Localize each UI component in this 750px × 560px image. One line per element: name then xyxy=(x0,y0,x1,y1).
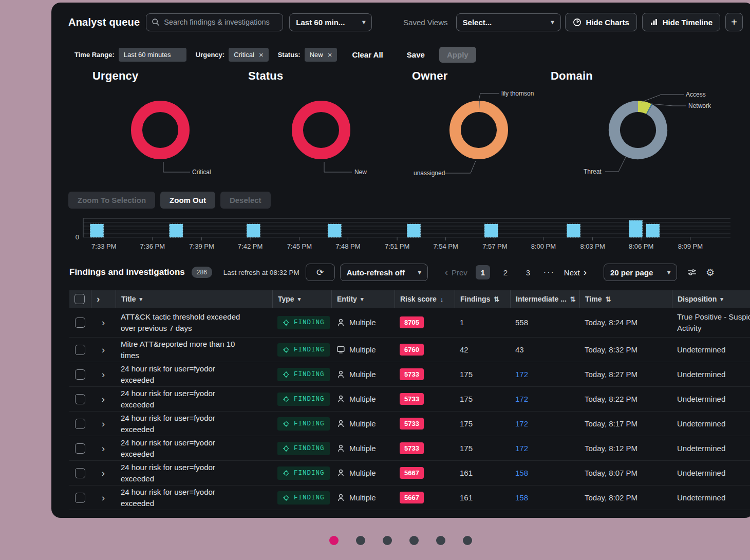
carousel-dot[interactable] xyxy=(356,536,365,545)
table-row[interactable]: ›ATT&CK tactic threshold exceeded over p… xyxy=(69,308,750,338)
intermediate-count[interactable]: 158 xyxy=(515,469,528,477)
timeline-bar[interactable] xyxy=(646,224,660,237)
saved-views-dropdown[interactable]: Select... ▾ xyxy=(456,13,561,31)
table-row[interactable]: ›24 hour risk for user=fyodor exceededFI… xyxy=(69,387,750,412)
apply-button[interactable]: Apply xyxy=(439,47,476,63)
callout-line xyxy=(651,104,686,106)
zoom-to-selection-button[interactable]: Zoom To Selection xyxy=(68,192,155,209)
intermediate-count[interactable]: 172 xyxy=(515,444,528,453)
pagination-ellipsis: ··· xyxy=(543,268,555,277)
expand-row-chevron-icon[interactable]: › xyxy=(102,443,105,454)
table-row[interactable]: ›Mitre ATT&reported more than 10 timesFI… xyxy=(69,338,750,362)
timeline-bar[interactable] xyxy=(247,224,260,237)
add-view-button[interactable]: + xyxy=(725,13,743,31)
intermediate-count[interactable]: 172 xyxy=(515,419,528,428)
timeline-bar[interactable] xyxy=(170,224,183,237)
per-page-dropdown[interactable]: 20 per page ▾ xyxy=(604,264,677,281)
urgency-donut[interactable]: Critical xyxy=(92,89,226,188)
table-row[interactable]: ›24 hour risk for user=fyodor exceededFI… xyxy=(69,436,750,461)
owner-donut[interactable]: lily thomson unassigned xyxy=(412,89,561,188)
search-box[interactable] xyxy=(146,13,283,31)
expand-row-chevron-icon[interactable]: › xyxy=(102,418,105,430)
column-header-risk[interactable]: Risk score ↓ xyxy=(395,290,455,308)
next-page-button[interactable]: Next › xyxy=(564,267,590,278)
time-cell: Today, 8:07 PM xyxy=(579,461,672,485)
refresh-button[interactable]: ⟳ xyxy=(306,264,335,281)
timeline-bar[interactable] xyxy=(567,224,580,237)
timeline-bar[interactable] xyxy=(407,224,421,237)
timeline-bar[interactable] xyxy=(328,224,341,237)
column-header-entity[interactable]: Entity ▾ xyxy=(331,290,395,308)
row-checkbox[interactable] xyxy=(75,345,85,355)
hide-charts-button[interactable]: Hide Charts xyxy=(565,13,637,31)
row-checkbox[interactable] xyxy=(75,318,85,328)
column-header-type[interactable]: Type ▾ xyxy=(272,290,331,308)
carousel-dot[interactable] xyxy=(463,536,472,545)
row-checkbox[interactable] xyxy=(75,468,85,478)
carousel-dot-active[interactable] xyxy=(329,536,339,545)
row-checkbox[interactable] xyxy=(75,369,85,380)
table-row[interactable]: ›24 hour risk for user=fyodor exceededFI… xyxy=(69,461,750,486)
status-donut[interactable]: New xyxy=(248,89,382,188)
time-range-dropdown[interactable]: Last 60 min... ▾ xyxy=(289,13,372,31)
time-range-chip[interactable]: Last 60 minutes xyxy=(119,48,186,62)
status-chip[interactable]: New × xyxy=(305,48,338,62)
column-header-title[interactable]: Title ▾ xyxy=(116,290,272,308)
timeline-chart[interactable]: 07:33 PM7:36 PM7:39 PM7:42 PM7:45 PM7:48… xyxy=(51,215,750,256)
row-checkbox[interactable] xyxy=(75,419,85,429)
timeline-bar[interactable] xyxy=(90,224,104,237)
close-icon[interactable]: × xyxy=(259,50,264,59)
search-input[interactable] xyxy=(164,18,277,26)
row-checkbox[interactable] xyxy=(75,394,85,404)
page-button-2[interactable]: 2 xyxy=(498,265,513,279)
page-button-1[interactable]: 1 xyxy=(476,265,490,279)
table-row[interactable]: ›24 hour risk for user=fyodor exceededFI… xyxy=(69,486,750,510)
expand-row-chevron-icon[interactable]: › xyxy=(102,394,105,405)
expand-row-chevron-icon[interactable]: › xyxy=(102,344,105,356)
carousel-dot[interactable] xyxy=(409,536,419,545)
carousel-dot[interactable] xyxy=(383,536,392,545)
expand-row-chevron-icon[interactable]: › xyxy=(102,369,105,380)
risk-score-badge: 5667 xyxy=(400,492,424,503)
select-all-checkbox[interactable] xyxy=(74,294,85,304)
column-header-time[interactable]: Time ⇅ xyxy=(579,290,672,308)
close-icon[interactable]: × xyxy=(328,50,332,59)
save-button[interactable]: Save xyxy=(407,50,425,59)
filter-sliders-icon[interactable] xyxy=(687,268,697,277)
risk-score-badge: 6760 xyxy=(400,344,424,356)
intermediate-count[interactable]: 172 xyxy=(515,370,528,379)
row-checkbox[interactable] xyxy=(75,443,85,454)
timeline-bar[interactable] xyxy=(484,224,498,237)
timeline-bar[interactable] xyxy=(629,220,642,237)
page-button-3[interactable]: 3 xyxy=(521,265,535,279)
prev-page-button[interactable]: ‹ Prev xyxy=(441,267,467,278)
expand-all-chevron-icon[interactable]: › xyxy=(97,293,100,305)
column-header-intermediate[interactable]: Intermediate ... ⇅ xyxy=(510,290,579,308)
deselect-button[interactable]: Deselect xyxy=(220,192,271,209)
risk-score-badge: 5733 xyxy=(400,393,424,405)
gear-icon[interactable]: ⚙ xyxy=(706,267,715,278)
expand-row-chevron-icon[interactable]: › xyxy=(102,468,105,479)
table-row[interactable]: ›24 hour risk for user=fyodor exceededFI… xyxy=(69,412,750,436)
type-badge: FINDING xyxy=(277,466,330,480)
table-row[interactable]: ›24 hour risk for user=fyodor exceededFI… xyxy=(69,362,750,387)
intermediate-count[interactable]: 172 xyxy=(515,395,528,403)
auto-refresh-dropdown[interactable]: Auto-refresh off ▾ xyxy=(340,264,428,281)
column-header-findings[interactable]: Findings ⇅ xyxy=(455,290,510,308)
disposition-cell: True Positive - Suspicious Activity xyxy=(672,308,750,337)
crosshair-icon xyxy=(283,420,290,427)
hide-timeline-button[interactable]: Hide Timeline xyxy=(642,13,720,31)
chevron-right-icon: › xyxy=(584,267,587,278)
column-header-disposition[interactable]: Disposition ▾ xyxy=(672,290,750,308)
domain-donut[interactable]: Access Network Threat xyxy=(551,89,725,188)
carousel-dot[interactable] xyxy=(436,536,445,545)
intermediate-count[interactable]: 158 xyxy=(515,493,528,502)
clear-all-button[interactable]: Clear All xyxy=(352,50,383,59)
expand-row-chevron-icon[interactable]: › xyxy=(102,492,105,503)
expand-row-chevron-icon[interactable]: › xyxy=(102,317,105,328)
time-range-filter-label: Time Range: xyxy=(74,51,115,59)
owner-chart: Owner lily thomson unassigned xyxy=(412,69,447,83)
zoom-out-button[interactable]: Zoom Out xyxy=(160,192,215,209)
urgency-chip[interactable]: Critical × xyxy=(229,48,269,62)
row-checkbox[interactable] xyxy=(75,493,85,503)
